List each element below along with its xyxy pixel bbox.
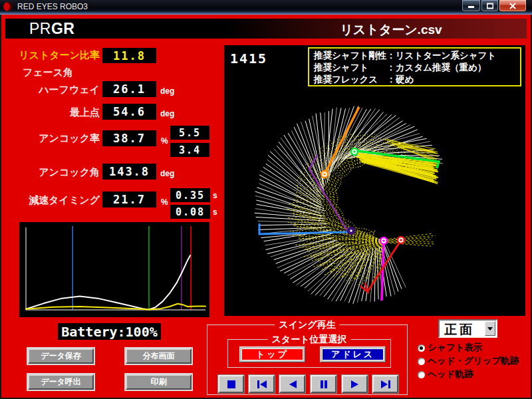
- uncock-angle-unit: deg: [160, 169, 174, 178]
- address-start-button[interactable]: アドレス: [320, 346, 386, 362]
- app-body: PRGR リストターン.csv リストターン比率 11.8 フェース角 ハーフウ…: [0, 15, 532, 399]
- decel-timing-side2: 0.08: [170, 205, 210, 219]
- start-position-group: スタート位置選択 トップ アドレス: [227, 339, 391, 368]
- swing-playback-group: スイング再生 スタート位置選択 トップ アドレス: [207, 325, 408, 395]
- radio-icon[interactable]: [418, 344, 425, 352]
- halfway-unit: deg: [160, 86, 174, 96]
- radio-shaft-display[interactable]: シャフト表示: [418, 342, 482, 354]
- window-title: RED EYES ROBO3: [17, 2, 88, 11]
- step-back-button[interactable]: [279, 375, 305, 393]
- top-start-button[interactable]: トップ: [239, 346, 305, 362]
- distribution-screen-button[interactable]: 分布画面: [126, 348, 192, 364]
- skip-start-icon: [257, 380, 267, 389]
- radio-head-grip-trace[interactable]: ヘッド・グリップ軌跡: [418, 355, 519, 367]
- radio-icon[interactable]: [418, 371, 425, 378]
- print-button[interactable]: 印刷: [126, 374, 192, 390]
- decel-timing-unit: %: [161, 198, 168, 207]
- chevron-down-icon[interactable]: [485, 321, 495, 336]
- uncock-angle-label: アンコック角: [13, 166, 100, 179]
- top-point-value: 54.6: [102, 104, 156, 120]
- maximize-icon: [487, 3, 493, 9]
- swing-visualization: 1415 推奨シャフト剛性：リストターン系シャフト 推奨シャフト ：カスタム推奨…: [224, 45, 525, 316]
- maximize-button[interactable]: [481, 0, 499, 12]
- frame-number: 1415: [230, 51, 267, 66]
- uncock-angle-value: 143.8: [102, 164, 156, 180]
- decel-timing-side2-unit: s: [213, 207, 217, 217]
- minimize-icon: [468, 3, 475, 9]
- recommend-line: 推奨シャフト ：カスタム推奨（重め）: [314, 62, 515, 74]
- wrist-turn-value: 11.8: [102, 48, 156, 63]
- halfway-label: ハーフウェイ: [13, 84, 100, 96]
- minimize-button[interactable]: [462, 0, 481, 12]
- swing-playback-label: スイング再生: [275, 319, 339, 331]
- uncock-rate-side1: 5.5: [170, 126, 209, 140]
- header-bar: PRGR リストターン.csv: [5, 19, 527, 39]
- decel-timing-value: 21.7: [102, 192, 156, 207]
- skip-start-button[interactable]: [249, 375, 275, 393]
- wrist-turn-label: リストターン比率: [13, 49, 100, 62]
- save-data-button[interactable]: データ保存: [28, 348, 94, 364]
- recommendation-box: 推奨シャフト剛性：リストターン系シャフト 推奨シャフト ：カスタム推奨（重め） …: [308, 47, 521, 86]
- face-angle-heading: フェース角: [23, 66, 73, 79]
- start-position-label: スタート位置選択: [268, 334, 351, 346]
- battery-indicator: Battery:100%: [58, 323, 161, 340]
- loaded-filename: リストターン.csv: [258, 21, 524, 39]
- app-icon: [3, 2, 13, 11]
- play-button[interactable]: [342, 375, 368, 393]
- uncock-rate-label: アンコック率: [13, 132, 100, 145]
- recall-data-button[interactable]: データ呼出: [28, 374, 94, 390]
- pause-icon: [320, 380, 328, 389]
- view-dropdown[interactable]: 正面: [438, 319, 497, 338]
- uncock-rate-unit: %: [161, 136, 168, 146]
- brand-logo: PRGR: [29, 20, 74, 38]
- close-icon: [509, 3, 516, 9]
- step-back-icon: [288, 380, 297, 389]
- radio-icon[interactable]: [418, 358, 425, 365]
- decel-timing-side1-unit: s: [213, 191, 217, 200]
- stop-button[interactable]: [218, 375, 244, 393]
- play-icon: [350, 380, 360, 389]
- timing-chart: [19, 222, 209, 317]
- uncock-rate-side2: 3.4: [170, 143, 209, 157]
- view-dropdown-value: 正面: [444, 321, 475, 338]
- halfway-value: 26.1: [102, 81, 156, 97]
- uncock-rate-value: 38.7: [102, 130, 156, 146]
- radio-head-trace[interactable]: ヘッド軌跡: [418, 368, 473, 380]
- decel-timing-side1: 0.35: [170, 188, 210, 202]
- title-bar: RED EYES ROBO3: [0, 0, 532, 15]
- stop-icon: [227, 380, 236, 389]
- top-point-unit: deg: [160, 109, 174, 118]
- recommend-line: 推奨シャフト剛性：リストターン系シャフト: [314, 50, 515, 62]
- skip-end-button[interactable]: [372, 375, 398, 393]
- decel-timing-label: 減速タイミング: [13, 194, 100, 207]
- recommend-line: 推奨フレックス ：硬め: [314, 74, 515, 86]
- skip-end-icon: [380, 380, 391, 389]
- close-button[interactable]: [499, 0, 527, 12]
- top-point-label: 最上点: [13, 106, 100, 119]
- pause-button[interactable]: [311, 375, 336, 393]
